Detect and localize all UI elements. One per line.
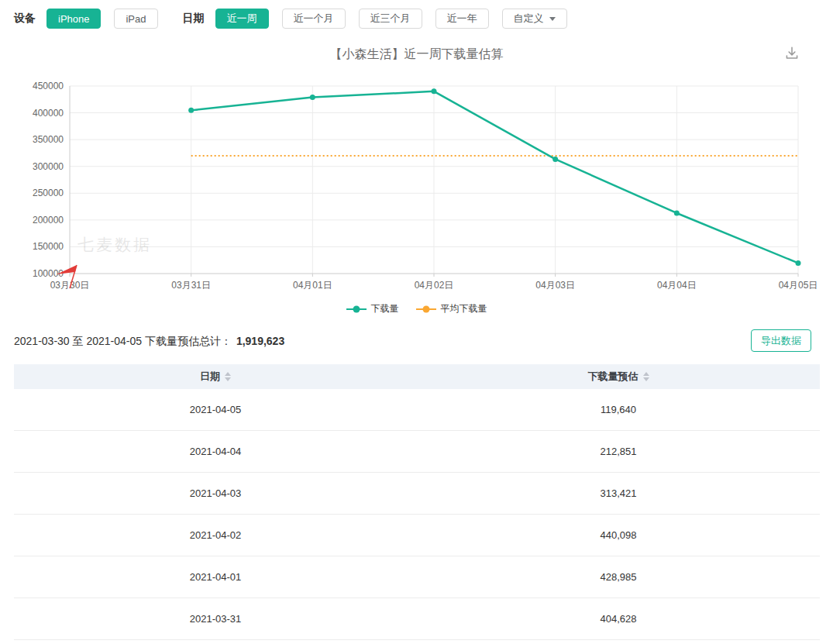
device-button[interactable]: iPad [114, 9, 157, 29]
legend-item[interactable]: 下载量 [346, 302, 399, 315]
legend-item[interactable]: 平均下载量 [416, 302, 487, 315]
custom-date-button[interactable]: 自定义 [502, 9, 567, 29]
data-point [310, 95, 315, 100]
table-row: 2021-04-02440,098 [14, 515, 820, 556]
cell-downloads: 212,851 [417, 431, 820, 472]
y-axis-tick-label: 200000 [33, 215, 64, 226]
downloads-line [191, 91, 798, 263]
summary-total: 1,919,623 [236, 335, 284, 347]
date-range-button[interactable]: 近一周 [215, 9, 269, 29]
cell-date: 2021-04-02 [14, 515, 417, 556]
date-range-button-group: 近一周近一个月近三个月近一年 [215, 9, 489, 29]
date-range-button[interactable]: 近一年 [435, 9, 489, 29]
y-axis-tick-label: 300000 [33, 161, 64, 172]
legend-marker-icon [416, 305, 436, 313]
date-range-button[interactable]: 近一个月 [282, 9, 346, 29]
filter-toolbar: 设备 iPhoneiPad 日期 近一周近一个月近三个月近一年 自定义 [14, 9, 567, 29]
custom-date-label: 自定义 [514, 12, 544, 26]
cell-date: 2021-03-31 [14, 598, 417, 639]
y-axis-tick-label: 150000 [33, 241, 64, 252]
column-header-date[interactable]: 日期 [14, 364, 417, 389]
cell-downloads: 440,098 [417, 515, 820, 556]
date-range-button[interactable]: 近三个月 [359, 9, 422, 29]
data-point [674, 210, 680, 215]
y-axis-tick-label: 250000 [33, 188, 64, 198]
x-axis-tick-label: 03月31日 [171, 280, 211, 291]
y-axis-tick-label: 450000 [33, 81, 64, 91]
watermark: 七麦数据 [77, 236, 152, 253]
x-axis-tick-label: 04月05日 [779, 280, 818, 291]
legend-marker-icon [346, 305, 367, 313]
downloads-line-chart[interactable]: 1000001500002000002500003000003500004000… [0, 74, 833, 297]
sort-icon [643, 372, 649, 381]
export-data-button[interactable]: 导出数据 [751, 329, 811, 352]
table-body: 2021-04-05119,6402021-04-04212,8512021-0… [14, 389, 820, 640]
data-point [188, 108, 194, 113]
legend-label: 平均下载量 [441, 302, 487, 315]
download-icon[interactable] [783, 45, 800, 62]
y-axis-tick-label: 400000 [33, 108, 64, 119]
table-row: 2021-04-05119,640 [14, 389, 820, 431]
table-row: 2021-04-01428,985 [14, 556, 820, 598]
table-header: 日期 下载量预估 [14, 364, 820, 389]
chart-legend: 下载量 平均下载量 [0, 302, 833, 315]
summary-text: 2021-03-30 至 2021-04-05 下载量预估总计：1,919,62… [14, 335, 284, 349]
data-point [796, 260, 801, 266]
sort-icon [225, 372, 231, 381]
table-row: 2021-04-04212,851 [14, 431, 820, 473]
cell-date: 2021-04-05 [14, 389, 417, 430]
column-header-downloads[interactable]: 下载量预估 [417, 364, 820, 389]
device-button-group: iPhoneiPad [46, 9, 158, 29]
device-button[interactable]: iPhone [46, 9, 101, 29]
data-point [552, 157, 558, 162]
cell-date: 2021-04-01 [14, 556, 417, 598]
summary-prefix: 2021-03-30 至 2021-04-05 下载量预估总计： [14, 335, 232, 347]
table-row: 2021-04-03313,421 [14, 473, 820, 515]
chevron-down-icon [549, 17, 556, 21]
cell-downloads: 404,628 [417, 598, 820, 639]
device-label: 设备 [14, 12, 36, 26]
cell-downloads: 428,985 [417, 556, 820, 598]
cell-downloads: 313,421 [417, 473, 820, 514]
cell-date: 2021-04-04 [14, 431, 417, 472]
x-axis-tick-label: 04月01日 [293, 280, 332, 291]
y-axis-tick-label: 350000 [33, 134, 64, 145]
legend-label: 下载量 [371, 302, 399, 315]
x-axis-tick-label: 04月03日 [535, 280, 575, 291]
x-axis-tick-label: 04月02日 [415, 280, 454, 291]
x-axis-tick-label: 04月04日 [657, 280, 697, 291]
cell-downloads: 119,640 [417, 389, 820, 430]
x-axis-tick-label: 03月30日 [50, 280, 90, 291]
data-point [432, 88, 437, 94]
cell-date: 2021-04-03 [14, 473, 417, 514]
chart-title: 【小森生活】近一周下载量估算 [0, 46, 833, 63]
downloads-table: 日期 下载量预估 2021-04-05119,6402021-04-04212,… [14, 364, 820, 640]
table-row: 2021-03-31404,628 [14, 598, 820, 640]
date-label: 日期 [183, 12, 205, 26]
